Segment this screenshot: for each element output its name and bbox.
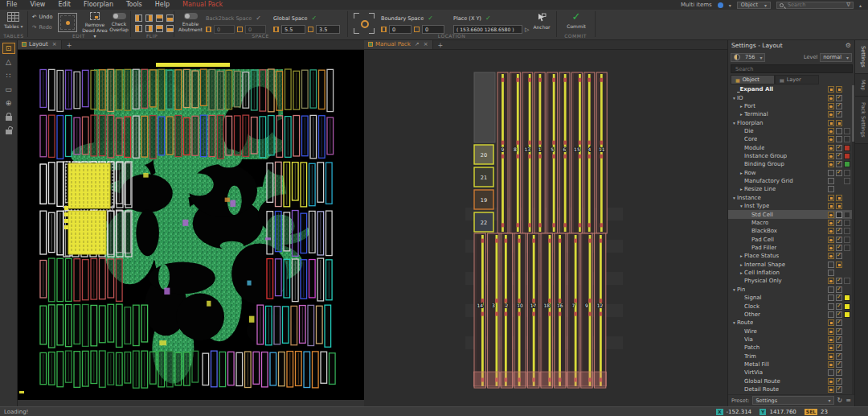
color-swatch[interactable]	[844, 145, 850, 151]
visibility-icon[interactable]	[828, 361, 834, 368]
checked-checkbox[interactable]	[836, 353, 842, 360]
tree-row-pin[interactable]: ▾Pin	[728, 286, 854, 294]
tree-row-other[interactable]: Other	[728, 311, 854, 319]
layout-canvas[interactable]	[18, 50, 364, 400]
tree-row-instance-group[interactable]: Instance Group	[728, 152, 854, 160]
multi-items-toggle-icon[interactable]	[718, 2, 723, 8]
gear-icon[interactable]: ⚙	[845, 42, 851, 49]
filter-icon[interactable]: ∇	[846, 2, 850, 8]
filled-checkbox[interactable]	[836, 203, 842, 209]
flip-left-icon[interactable]	[135, 14, 142, 22]
checked-checkbox[interactable]	[836, 344, 842, 351]
menu-item-file[interactable]: File	[0, 0, 23, 10]
tab-object[interactable]: ▦ Object	[731, 75, 775, 84]
unchecked-checkbox[interactable]	[828, 286, 834, 293]
unchecked-checkbox[interactable]	[828, 270, 834, 276]
side-tab-settings[interactable]: Settings	[855, 40, 868, 74]
enable-abutment-toggle[interactable]: Enable Abutment	[178, 13, 203, 32]
measure-tool-icon[interactable]: △	[2, 56, 15, 68]
tab-manual-pack[interactable]: Manual Pack ↗ ×	[364, 39, 433, 49]
search-input[interactable]	[786, 1, 844, 9]
tree-row-io[interactable]: ▾IO	[728, 93, 854, 101]
checked-checkbox[interactable]	[836, 145, 842, 151]
visibility-icon[interactable]	[828, 378, 834, 385]
undo-button[interactable]: ↶ Undo	[32, 14, 52, 20]
tree-row-detail-route[interactable]: Detail Route	[728, 385, 854, 393]
focus-tool-icon[interactable]: ⊕	[2, 97, 15, 109]
expander-closed-icon[interactable]: ▸	[739, 253, 744, 258]
color-swatch-empty[interactable]	[844, 245, 850, 251]
checked-checkbox[interactable]	[836, 386, 842, 393]
dark-checkbox[interactable]	[836, 212, 842, 218]
checked-checkbox[interactable]	[836, 237, 842, 243]
color-swatch[interactable]	[844, 161, 850, 167]
visibility-icon[interactable]	[828, 95, 834, 101]
color-swatch[interactable]	[844, 303, 850, 310]
visibility-icon[interactable]	[828, 228, 834, 234]
unlock-icon[interactable]	[2, 125, 15, 136]
menu-item-help[interactable]: Help	[149, 0, 176, 10]
side-tab-map[interactable]: Map	[855, 74, 868, 97]
tree-row-resize-line[interactable]: ▸Resize Line	[728, 185, 854, 193]
menu-item-view[interactable]: View	[23, 0, 51, 10]
tree-row-die[interactable]: Die	[728, 127, 854, 135]
color-swatch-empty[interactable]	[844, 128, 850, 134]
tree-row-place-status[interactable]: ▸Place Status	[728, 252, 854, 260]
visibility-icon[interactable]	[828, 386, 834, 393]
filled-checkbox[interactable]	[828, 319, 834, 326]
tree-row-core[interactable]: Core	[728, 135, 854, 143]
mirror-bottom-icon[interactable]	[166, 25, 174, 32]
check-overlap-toggle[interactable]: Check Overlap	[108, 13, 130, 32]
new-tab-button[interactable]: +	[433, 42, 448, 49]
unchecked-checkbox[interactable]	[836, 136, 842, 142]
checked-checkbox[interactable]	[836, 336, 842, 343]
visibility-icon[interactable]	[828, 353, 834, 360]
tree-row-route[interactable]: ▾Route	[728, 319, 854, 327]
menu-item-floorplan[interactable]: Floorplan	[77, 0, 120, 10]
expander-closed-icon[interactable]: ▸	[739, 104, 744, 109]
pack-canvas[interactable]: 202119229813156154111432101718167912	[364, 50, 727, 406]
expander-open-icon[interactable]: ▾	[739, 204, 744, 208]
color-swatch[interactable]	[844, 294, 850, 301]
popout-icon[interactable]: ↗	[415, 41, 420, 47]
expander-open-icon[interactable]: ▾	[731, 320, 737, 325]
filled-checkbox[interactable]	[828, 120, 834, 126]
checked-checkbox[interactable]	[836, 294, 842, 301]
checked-checkbox[interactable]	[836, 245, 842, 251]
tab-layer[interactable]: ▤ Layer	[775, 75, 819, 84]
settings-search-input[interactable]	[734, 65, 850, 73]
toggle-icon[interactable]	[184, 13, 198, 19]
filled-checkbox[interactable]	[828, 203, 834, 209]
menu-item-tools[interactable]: Tools	[120, 0, 149, 10]
color-swatch-empty[interactable]	[844, 237, 850, 243]
filled-checkbox[interactable]	[836, 262, 842, 268]
visibility-icon[interactable]	[828, 103, 834, 109]
scatter-tool-icon[interactable]: ∷	[2, 70, 15, 81]
tree-row-floorplan[interactable]: ▾Floorplan	[728, 118, 854, 126]
tree-row-internal-shape[interactable]: ▸Internal Shape	[728, 261, 854, 269]
unchecked-checkbox[interactable]	[828, 186, 834, 192]
visibility-icon[interactable]	[828, 253, 834, 259]
commit-button[interactable]: ✓ Commit	[563, 11, 590, 29]
visibility-icon[interactable]	[828, 344, 834, 351]
checked-checkbox[interactable]	[836, 278, 842, 284]
tab-layout[interactable]: Layout ×	[18, 39, 62, 49]
pack-area-button[interactable]	[58, 13, 77, 32]
tree-row-signal[interactable]: Signal	[728, 294, 854, 302]
checked-checkbox[interactable]	[836, 228, 842, 234]
menu-item-edit[interactable]: Edit	[51, 0, 77, 10]
tree-row-global-route[interactable]: Global Route	[728, 377, 854, 385]
comment-tool-icon[interactable]: ▭	[2, 84, 15, 95]
color-swatch-empty[interactable]	[844, 220, 850, 226]
anchor-button[interactable]: Anchor	[530, 13, 553, 30]
checked-checkbox[interactable]	[836, 103, 842, 109]
expander-closed-icon[interactable]: ▸	[739, 187, 744, 192]
visibility-icon[interactable]	[828, 111, 834, 117]
visibility-icon[interactable]	[828, 220, 834, 226]
redo-button[interactable]: ↷ Redo	[32, 24, 52, 31]
tree-row-pad-cell[interactable]: Pad Cell	[728, 235, 854, 243]
side-tab-pack-settings[interactable]: Pack Settings	[855, 97, 868, 144]
menu-icon[interactable]: ≡	[845, 397, 851, 404]
tree-row-blackbox[interactable]: BlackBox	[728, 227, 854, 235]
checked-checkbox[interactable]	[836, 153, 842, 159]
